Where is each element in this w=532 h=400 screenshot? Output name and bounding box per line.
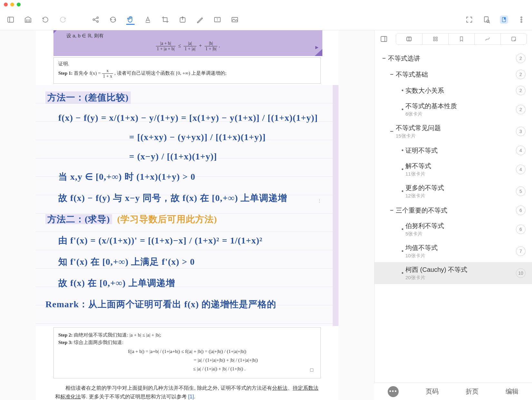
page-badge: 7 (516, 246, 526, 256)
view-tab-note[interactable] (500, 33, 527, 44)
collapse-icon[interactable]: − (382, 55, 388, 62)
fit-screen-icon[interactable] (465, 15, 473, 24)
more-menu-icon[interactable] (517, 15, 526, 24)
svg-rect-29 (436, 37, 437, 39)
view-tab-outline[interactable] (396, 33, 422, 44)
note-line: = (x−y) / [(1+x)(1+y)] (129, 151, 329, 162)
page-badge: 4 (516, 165, 526, 174)
export-icon[interactable] (178, 15, 187, 24)
handwritten-notes: 方法一：(差值比较) f(x) − f(y) = x/(1+x) − y/(1+… (36, 85, 338, 326)
image-icon[interactable] (231, 15, 239, 24)
window-titlebar (0, 0, 532, 9)
outline-sublabel: 11张卡片 (405, 171, 516, 177)
outline-label: 伯努利不等式5张卡片 (405, 222, 516, 237)
page-badge: 2 (516, 105, 526, 114)
page-badge: 4 (516, 146, 526, 155)
sidebar-toggle-icon[interactable] (6, 15, 15, 24)
outline-label: 不等式基础 (396, 70, 516, 79)
page-badge: 2 (516, 70, 526, 79)
outline-label: 实数大小关系 (405, 86, 516, 95)
text-box-icon[interactable]: T (213, 15, 222, 24)
note-method-1: 方法一：(差值比较) (45, 91, 131, 104)
outline-item[interactable]: •伯努利不等式5张卡片6 (375, 218, 532, 240)
svg-rect-24 (381, 36, 387, 42)
collapse-icon[interactable]: − (390, 71, 396, 78)
outline-item[interactable]: •不等式的基本性质6张卡片2 (375, 99, 532, 120)
theorem-premise: 设 a, b ∈ ℝ, 则有 (66, 33, 316, 39)
outline-item[interactable]: •实数大小关系2 (375, 82, 532, 99)
crop-icon[interactable] (161, 15, 169, 24)
panel-collapse-icon[interactable] (380, 35, 388, 43)
document-pane[interactable]: 设 a, b ∈ ℝ, 则有 |a + b|1 + |a + b| ≤ |a|1… (0, 30, 374, 400)
redo-icon[interactable] (59, 15, 67, 24)
note-line: 故 f(x) − f(y) 与 x−y 同号，故 f(x) 在 [0,+∞) 上… (58, 192, 329, 204)
outline-sublabel: 5张卡片 (405, 231, 516, 237)
page-number-button[interactable]: 页码 (426, 387, 439, 396)
fold-page-button[interactable]: 折页 (466, 387, 479, 396)
edit-button[interactable]: 编辑 (506, 387, 518, 396)
page-badge: 3 (516, 127, 526, 136)
view-tab-path[interactable] (474, 33, 500, 44)
bullet-icon: • (400, 226, 405, 233)
view-tab-grid[interactable] (422, 33, 448, 44)
outline-item[interactable]: •柯西 (Cauchy) 不等式20张卡片10 (375, 262, 532, 284)
page-badge: 6 (516, 205, 526, 215)
search-page-icon[interactable] (482, 15, 491, 24)
more-actions-button[interactable]: ••• (388, 386, 399, 397)
body-paragraph: 相信读者在之前的学习中对上面提到的几种方法并不陌生, 除此之外, 证明不等式的方… (36, 380, 338, 400)
outline-label: 不等式常见问题15张卡片 (396, 124, 516, 139)
bullet-icon: • (400, 106, 405, 113)
theorem-formula: |a + b|1 + |a + b| ≤ |a|1 + |a| + |b|1 +… (60, 41, 316, 52)
bookmark-panel-icon[interactable] (500, 15, 508, 24)
svg-rect-31 (436, 40, 437, 41)
outline-item[interactable]: −不等式选讲2 (375, 50, 532, 66)
fullscreen-window-button[interactable] (17, 3, 21, 6)
library-icon[interactable] (24, 15, 32, 24)
collapse-icon[interactable]: − (390, 207, 396, 214)
outline-sidebar: −不等式选讲2−不等式基础2•实数大小关系2•不等式的基本性质6张卡片2−不等式… (374, 30, 532, 400)
svg-line-9 (94, 20, 97, 21)
outline-item[interactable]: •解不等式11张卡片4 (375, 158, 532, 180)
outline-label: 不等式选讲 (388, 54, 516, 63)
sync-icon[interactable] (109, 15, 117, 24)
svg-rect-0 (8, 17, 14, 22)
minimize-window-button[interactable] (10, 3, 14, 6)
view-tab-bookmark[interactable] (448, 33, 474, 44)
outline-item[interactable]: −不等式常见问题15张卡片3 (375, 120, 532, 142)
theorem-box: 设 a, b ∈ ℝ, 则有 |a + b|1 + |a + b| ≤ |a|1… (53, 30, 322, 56)
outline-item[interactable]: −三个重要的不等式6 (375, 202, 532, 218)
note-options-icon[interactable]: ⋮ (317, 198, 321, 203)
proof-formula: = |a| / (1+|a|+|b|) + |b| / (1+|a|+|b|) (58, 357, 316, 363)
outline-item[interactable]: •证明不等式4 (375, 142, 532, 158)
outline-sublabel: 12张卡片 (405, 193, 516, 199)
outline-item[interactable]: •均值不等式10张卡片7 (375, 240, 532, 262)
page-content: 设 a, b ∈ ℝ, 则有 |a + b|1 + |a + b| ≤ |a|1… (36, 30, 338, 400)
bullet-icon: • (400, 166, 405, 173)
outline-label: 不等式的基本性质6张卡片 (405, 102, 516, 117)
svg-point-23 (521, 21, 522, 23)
page-badge: 2 (516, 53, 526, 63)
main-toolbar: T (0, 9, 532, 30)
close-window-button[interactable] (4, 3, 8, 6)
text-style-icon[interactable] (144, 15, 152, 24)
bullet-icon: • (400, 87, 405, 94)
pen-icon[interactable] (196, 15, 204, 24)
svg-point-22 (521, 19, 522, 20)
share-icon[interactable] (91, 15, 100, 24)
svg-line-19 (489, 22, 490, 23)
proof-step-1: Step 1: 首先令 f(x) = x1 + x , 读者可自己证明这个函数在… (58, 68, 316, 79)
outline-sublabel: 15张卡片 (396, 133, 516, 139)
undo-icon[interactable] (41, 15, 50, 24)
page-badge: 2 (516, 86, 526, 95)
svg-point-21 (521, 17, 522, 18)
collapse-icon[interactable]: − (390, 128, 396, 135)
hand-tool-icon[interactable] (126, 16, 135, 25)
note-line: = [(x+xy) − (y+yx)] / [(1+x)(1+y)] (129, 132, 329, 142)
outline-label: 柯西 (Cauchy) 不等式20张卡片 (405, 265, 516, 281)
sidebar-bottom-bar: ••• 页码 折页 编辑 (374, 383, 532, 400)
svg-rect-17 (484, 17, 488, 22)
outline-item[interactable]: •更多的不等式12张卡片5 (375, 180, 532, 202)
outline-item[interactable]: −不等式基础2 (375, 66, 532, 82)
outline-label: 均值不等式10张卡片 (405, 243, 516, 259)
svg-line-8 (94, 18, 97, 19)
